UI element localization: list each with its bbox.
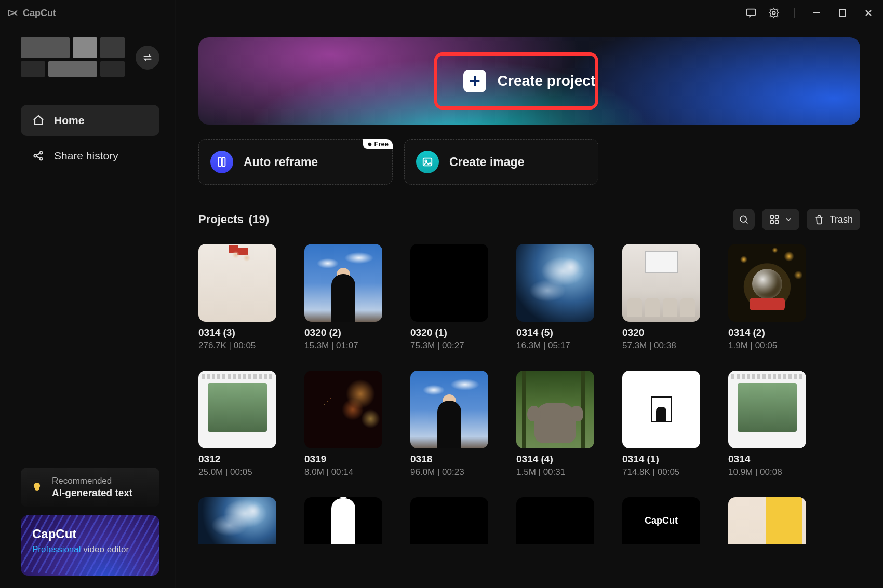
projects-title: Projects	[198, 213, 244, 226]
project-thumbnail	[728, 371, 806, 448]
svg-rect-2	[839, 10, 846, 16]
project-thumbnail	[516, 497, 594, 544]
project-card[interactable]: 0320 (1) 75.3M | 00:27	[410, 244, 488, 351]
search-icon	[739, 214, 749, 225]
project-card[interactable]: 0319 8.0M | 00:14	[304, 371, 382, 477]
settings-button[interactable]	[768, 7, 780, 19]
project-meta: 1.9M | 00:05	[728, 340, 806, 351]
titlebar: CapCut	[0, 0, 883, 26]
search-projects-button[interactable]	[733, 209, 755, 230]
svg-rect-13	[770, 216, 773, 219]
project-title: 0319	[304, 454, 382, 465]
project-thumbnail	[304, 244, 382, 322]
project-card[interactable]: 0318 96.0M | 00:23	[410, 371, 488, 477]
main-content: Create project Free Auto reframe Create …	[176, 0, 883, 588]
project-card[interactable]: 0314 (1) 714.8K | 00:05	[622, 371, 700, 477]
project-meta: 8.0M | 00:14	[304, 467, 382, 477]
project-thumbnail	[410, 497, 488, 544]
project-thumbnail	[516, 371, 594, 448]
profile-row	[21, 37, 159, 78]
sidebar-nav: Home Share history	[21, 105, 159, 171]
svg-rect-6	[36, 490, 38, 491]
svg-rect-15	[770, 221, 773, 224]
project-title: 0320	[622, 327, 700, 338]
recommended-title: AI-generated text	[52, 487, 132, 499]
project-thumbnail	[304, 497, 382, 544]
project-card[interactable]: 0314 (4) 1.5M | 00:31	[516, 371, 594, 477]
project-thumbnail	[516, 244, 594, 322]
project-thumbnail	[304, 371, 382, 448]
project-card[interactable]: 0314 10.9M | 00:08	[728, 371, 806, 477]
free-badge: Free	[363, 139, 393, 149]
project-thumbnail	[728, 497, 806, 544]
recommended-label: Recommended	[52, 476, 132, 486]
chat-bubble-icon	[745, 7, 757, 19]
gear-icon	[768, 7, 780, 19]
tools-row: Free Auto reframe Create image	[198, 139, 860, 185]
promo-card[interactable]: CapCut Professional video editor	[21, 515, 159, 576]
grid-icon	[769, 214, 780, 225]
project-card[interactable]	[198, 497, 276, 544]
project-meta: 57.3M | 00:38	[622, 340, 700, 351]
lightbulb-icon	[30, 481, 44, 494]
project-card[interactable]: 0314 (5) 16.3M | 05:17	[516, 244, 594, 351]
project-title: 0314 (1)	[622, 454, 700, 465]
view-mode-button[interactable]	[762, 209, 799, 230]
trash-label: Trash	[830, 214, 853, 225]
swap-icon	[142, 52, 153, 63]
sidebar: Home Share history Recommended AI-genera…	[0, 0, 176, 588]
project-title: 0314 (3)	[198, 327, 276, 338]
svg-point-11	[425, 160, 427, 162]
projects-count: (19)	[249, 213, 269, 226]
project-meta: 96.0M | 00:23	[410, 467, 488, 477]
create-project-label: Create project	[498, 73, 595, 89]
notifications-button[interactable]	[745, 7, 757, 19]
project-card[interactable]: 0314 (3) 276.7K | 00:05	[198, 244, 276, 351]
svg-rect-14	[775, 216, 778, 219]
create-image-tool[interactable]: Create image	[404, 139, 598, 185]
app-brand: CapCut	[7, 7, 56, 19]
maximize-icon	[838, 9, 847, 17]
promo-title: CapCut	[32, 527, 148, 541]
project-thumbnail	[410, 371, 488, 448]
project-card[interactable]: CapCut	[622, 497, 700, 544]
profile-placeholder[interactable]	[21, 37, 125, 78]
project-card[interactable]: 0312 25.0M | 00:05	[198, 371, 276, 477]
create-project-hero[interactable]: Create project	[198, 37, 860, 125]
trash-button[interactable]: Trash	[807, 209, 860, 230]
recommended-card[interactable]: Recommended AI-generated text	[21, 468, 159, 507]
project-card[interactable]	[516, 497, 594, 544]
sidebar-item-home[interactable]: Home	[21, 105, 159, 136]
project-card[interactable]	[728, 497, 806, 544]
tool-label: Create image	[449, 155, 524, 169]
window-maximize-button[interactable]	[835, 6, 850, 20]
auto-reframe-tool[interactable]: Free Auto reframe	[198, 139, 393, 185]
project-card[interactable]: 0314 (2) 1.9M | 00:05	[728, 244, 806, 351]
project-title: 0318	[410, 454, 488, 465]
svg-rect-0	[747, 9, 756, 16]
svg-point-7	[368, 142, 371, 146]
window-close-button[interactable]	[861, 6, 876, 20]
trash-icon	[814, 214, 824, 225]
window-minimize-button[interactable]	[809, 6, 824, 20]
project-card[interactable]	[410, 497, 488, 544]
project-title: 0312	[198, 454, 276, 465]
svg-rect-16	[775, 221, 778, 224]
dot-icon	[367, 142, 372, 147]
chevron-down-icon	[785, 216, 792, 223]
project-meta: 15.3M | 01:07	[304, 340, 382, 351]
projects-grid: 0314 (3) 276.7K | 00:05 0320 (2) 15.3M |…	[198, 244, 860, 544]
project-meta: 714.8K | 00:05	[622, 467, 700, 477]
project-card[interactable]	[304, 497, 382, 544]
create-image-icon	[416, 151, 439, 173]
sidebar-item-share-history[interactable]: Share history	[21, 140, 159, 171]
project-thumbnail	[622, 371, 700, 448]
app-title: CapCut	[23, 8, 56, 19]
project-meta: 10.9M | 00:08	[728, 467, 806, 477]
project-card[interactable]: 0320 (2) 15.3M | 01:07	[304, 244, 382, 351]
project-title: 0314	[728, 454, 806, 465]
swap-account-button[interactable]	[136, 46, 159, 70]
titlebar-divider	[794, 8, 795, 18]
project-thumbnail	[728, 244, 806, 322]
project-card[interactable]: 0320 57.3M | 00:38	[622, 244, 700, 351]
